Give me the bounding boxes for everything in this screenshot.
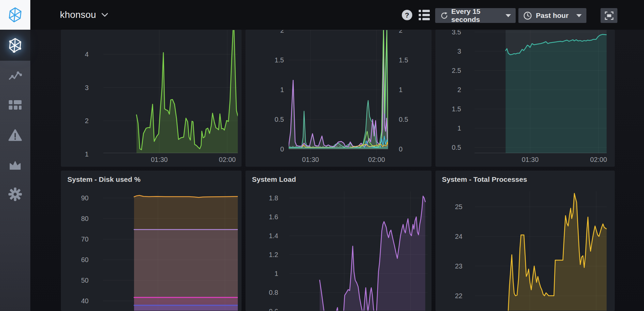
y-tick-label: 2.5	[438, 66, 461, 75]
sidebar-item-dashboards[interactable]	[0, 90, 30, 120]
y-tick-label: 0.8	[255, 288, 278, 297]
panel-chart-top-left	[103, 30, 238, 153]
grafana-logo-button[interactable]	[0, 0, 30, 30]
y-tick-label: 0	[260, 145, 284, 153]
y-tick-label: 24	[439, 232, 462, 241]
grafana-glow-icon	[8, 38, 23, 53]
alert-triangle-icon	[8, 129, 22, 141]
grafana-logo-icon	[7, 7, 23, 23]
panel-chart-top-right	[475, 30, 607, 153]
panel-title-total-processes[interactable]: System - Total Processes	[442, 175, 527, 183]
y-tick-label: 80	[65, 215, 89, 223]
y-tick-label: 0.5	[399, 115, 422, 124]
panel-total-processes: System - Total Processes25242322	[436, 171, 615, 311]
x-tick-label: 02:00	[356, 156, 397, 164]
x-tick-label: 01:30	[139, 156, 180, 164]
panel-chart-system-load	[289, 191, 428, 311]
refresh-icon	[440, 11, 448, 20]
y-tick-label: 2	[260, 30, 284, 35]
cycle-view-mode-button[interactable]	[419, 10, 430, 22]
y-tick-label: 1.8	[255, 194, 278, 202]
help-icon: ?	[405, 11, 409, 19]
y-tick-label: 3.5	[438, 30, 461, 36]
y-tick-label: 3	[65, 84, 89, 92]
crown-icon	[8, 160, 22, 170]
y-tick-label: 1	[255, 270, 278, 278]
y-tick-label: 50	[65, 276, 89, 285]
caret-down-icon	[506, 14, 511, 17]
y-tick-label: 0.5	[260, 115, 284, 124]
dashboard-title: khonsou	[60, 9, 96, 20]
fullscreen-button[interactable]	[601, 8, 617, 23]
panel-top-right: 3.532.521.510.501:3002:00	[436, 30, 615, 167]
top-navbar: khonsou ? Every 15 seconds	[0, 0, 644, 30]
y-tick-label: 1	[65, 150, 89, 159]
kiosk-mode-icon	[419, 10, 430, 21]
panel-title-disk-used[interactable]: System - Disk used %	[67, 175, 140, 183]
y-tick-label: 1.6	[255, 213, 278, 221]
y-tick-label: 1	[399, 86, 422, 94]
y-tick-label: 70	[65, 235, 89, 244]
y-tick-label: 2	[65, 117, 89, 125]
pulse-icon	[8, 69, 22, 82]
clock-icon	[523, 11, 532, 20]
x-tick-label: 01:30	[510, 156, 550, 164]
y-tick-label: 23	[439, 262, 462, 271]
y-tick-label: 1.5	[438, 105, 461, 113]
y-tick-label: 1.2	[255, 251, 278, 259]
sidebar-item-admin[interactable]	[0, 150, 30, 179]
gear-icon	[8, 187, 22, 201]
refresh-interval-label: Every 15 seconds	[451, 7, 502, 24]
panel-title-system-load[interactable]: System Load	[252, 175, 296, 183]
panel-top-left: 432101:3002:00	[61, 30, 242, 167]
grafana-dashboard: khonsou ? Every 15 seconds	[0, 0, 644, 311]
y-tick-label: 3	[438, 47, 461, 56]
x-tick-label: 02:00	[578, 156, 615, 164]
help-button[interactable]: ?	[402, 10, 412, 20]
panel-system-load: System Load1.81.61.41.210.80.6	[246, 171, 431, 311]
y-tick-label: 90	[65, 194, 89, 202]
y-tick-label: 0.5	[438, 143, 461, 152]
panel-top-middle: 221.51.5110.50.50001:3002:00	[246, 30, 431, 167]
time-range-label: Past hour	[536, 11, 569, 20]
y-tick-label: 1.4	[255, 232, 278, 240]
y-tick-label: 0	[399, 145, 422, 153]
panel-disk-used: System - Disk used %908070605040	[61, 171, 242, 311]
y-tick-label: 1.5	[260, 56, 284, 64]
sidebar-item-configuration[interactable]	[0, 179, 30, 209]
sidebar-item-alerting[interactable]	[0, 120, 30, 150]
panel-chart-total-processes	[475, 191, 607, 311]
refresh-interval-button[interactable]: Every 15 seconds	[435, 8, 516, 23]
dashboards-grid-icon	[8, 100, 22, 111]
dashboard-title-dropdown[interactable]: khonsou	[60, 0, 108, 30]
y-tick-label: 1.5	[399, 56, 422, 64]
panel-chart-top-middle	[289, 30, 388, 153]
x-tick-label: 02:00	[207, 156, 242, 164]
y-tick-label: 22	[439, 292, 462, 300]
y-tick-label: 2	[399, 30, 422, 35]
y-tick-label: 0.6	[255, 307, 278, 311]
sidebar-item-grafana-home[interactable]	[0, 30, 30, 61]
x-tick-label: 01:30	[290, 156, 331, 164]
y-tick-label: 25	[439, 203, 462, 211]
y-tick-label: 1	[260, 86, 284, 94]
y-tick-label: 1	[438, 124, 461, 133]
y-tick-label: 40	[65, 297, 89, 305]
time-range-button[interactable]: Past hour	[518, 8, 586, 23]
sidebar-item-metrics[interactable]	[0, 61, 30, 90]
panel-chart-disk-used	[103, 191, 238, 311]
caret-down-icon	[576, 14, 582, 17]
chevron-down-icon	[101, 13, 108, 17]
y-tick-label: 60	[65, 256, 89, 264]
y-tick-label: 4	[65, 50, 89, 59]
y-tick-label: 2	[438, 86, 461, 94]
side-menu	[0, 30, 30, 311]
fullscreen-icon	[604, 10, 614, 21]
